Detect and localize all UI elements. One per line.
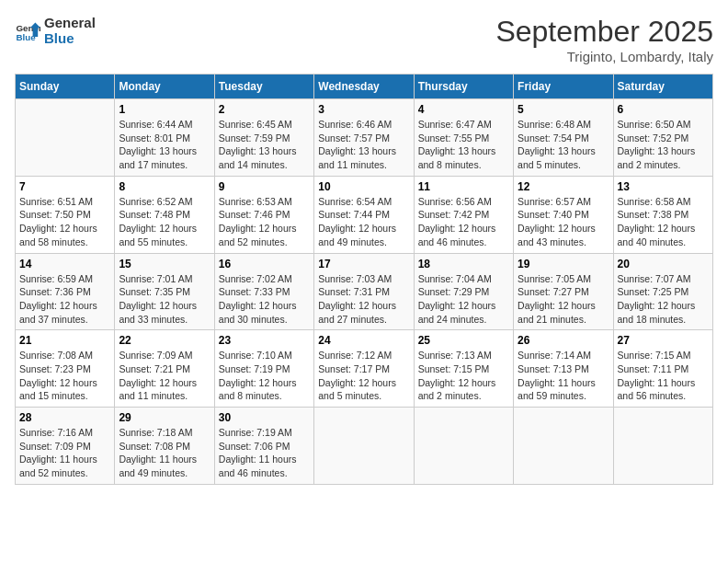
day-info: Sunrise: 6:58 AMSunset: 7:38 PMDaylight:… — [618, 195, 709, 249]
day-number: 26 — [518, 334, 609, 347]
day-cell: 23Sunrise: 7:10 AMSunset: 7:19 PMDayligh… — [214, 330, 313, 408]
day-info: Sunrise: 6:45 AMSunset: 7:59 PMDaylight:… — [219, 118, 310, 172]
day-number: 10 — [318, 180, 409, 193]
week-row-5: 28Sunrise: 7:16 AMSunset: 7:09 PMDayligh… — [16, 408, 713, 485]
column-header-tuesday: Tuesday — [214, 75, 313, 99]
day-cell: 6Sunrise: 6:50 AMSunset: 7:52 PMDaylight… — [613, 99, 712, 177]
day-info: Sunrise: 7:08 AMSunset: 7:23 PMDaylight:… — [19, 349, 110, 403]
column-header-wednesday: Wednesday — [314, 75, 414, 99]
day-info: Sunrise: 7:07 AMSunset: 7:25 PMDaylight:… — [618, 272, 709, 327]
day-info: Sunrise: 7:03 AMSunset: 7:31 PMDaylight:… — [318, 272, 409, 327]
day-info: Sunrise: 6:46 AMSunset: 7:57 PMDaylight:… — [318, 118, 409, 172]
day-number: 25 — [418, 334, 509, 347]
day-cell: 3Sunrise: 6:46 AMSunset: 7:57 PMDaylight… — [314, 99, 414, 177]
day-cell: 1Sunrise: 6:44 AMSunset: 8:01 PMDaylight… — [115, 99, 214, 177]
day-number: 14 — [19, 258, 110, 270]
day-info: Sunrise: 6:59 AMSunset: 7:36 PMDaylight:… — [19, 272, 110, 327]
day-cell: 10Sunrise: 6:54 AMSunset: 7:44 PMDayligh… — [314, 176, 414, 253]
day-cell: 22Sunrise: 7:09 AMSunset: 7:21 PMDayligh… — [115, 330, 214, 408]
day-number: 21 — [19, 334, 110, 347]
day-info: Sunrise: 6:47 AMSunset: 7:55 PMDaylight:… — [418, 118, 509, 172]
day-cell — [16, 99, 115, 177]
day-info: Sunrise: 7:12 AMSunset: 7:17 PMDaylight:… — [318, 349, 409, 403]
day-cell: 9Sunrise: 6:53 AMSunset: 7:46 PMDaylight… — [214, 176, 313, 253]
day-info: Sunrise: 6:50 AMSunset: 7:52 PMDaylight:… — [618, 118, 709, 172]
day-info: Sunrise: 7:02 AMSunset: 7:33 PMDaylight:… — [219, 272, 310, 327]
day-number: 8 — [119, 180, 210, 193]
column-header-friday: Friday — [514, 75, 613, 99]
column-header-thursday: Thursday — [414, 75, 513, 99]
day-cell: 11Sunrise: 6:56 AMSunset: 7:42 PMDayligh… — [414, 176, 513, 253]
day-info: Sunrise: 7:14 AMSunset: 7:13 PMDaylight:… — [518, 349, 609, 403]
logo-blue: Blue — [44, 30, 96, 46]
week-row-3: 14Sunrise: 6:59 AMSunset: 7:36 PMDayligh… — [16, 253, 713, 330]
day-cell: 15Sunrise: 7:01 AMSunset: 7:35 PMDayligh… — [115, 253, 214, 330]
page-header: General Blue General Blue September 2025… — [15, 15, 713, 64]
day-cell — [314, 408, 414, 485]
day-cell: 13Sunrise: 6:58 AMSunset: 7:38 PMDayligh… — [613, 176, 712, 253]
day-number: 2 — [219, 103, 310, 116]
day-number: 23 — [219, 334, 310, 347]
day-info: Sunrise: 7:04 AMSunset: 7:29 PMDaylight:… — [418, 272, 509, 327]
day-cell: 28Sunrise: 7:16 AMSunset: 7:09 PMDayligh… — [16, 408, 115, 485]
day-cell: 2Sunrise: 6:45 AMSunset: 7:59 PMDaylight… — [214, 99, 313, 177]
day-number: 3 — [318, 103, 409, 116]
day-cell: 16Sunrise: 7:02 AMSunset: 7:33 PMDayligh… — [214, 253, 313, 330]
day-info: Sunrise: 6:51 AMSunset: 7:50 PMDaylight:… — [19, 195, 110, 249]
day-cell: 5Sunrise: 6:48 AMSunset: 7:54 PMDaylight… — [514, 99, 613, 177]
day-number: 30 — [219, 411, 310, 424]
day-cell: 14Sunrise: 6:59 AMSunset: 7:36 PMDayligh… — [16, 253, 115, 330]
day-cell: 18Sunrise: 7:04 AMSunset: 7:29 PMDayligh… — [414, 253, 513, 330]
day-info: Sunrise: 7:13 AMSunset: 7:15 PMDaylight:… — [418, 349, 509, 403]
day-cell: 21Sunrise: 7:08 AMSunset: 7:23 PMDayligh… — [16, 330, 115, 408]
column-header-monday: Monday — [115, 75, 214, 99]
day-info: Sunrise: 6:52 AMSunset: 7:48 PMDaylight:… — [119, 195, 210, 249]
column-header-saturday: Saturday — [613, 75, 712, 99]
day-number: 11 — [418, 180, 509, 193]
day-cell: 26Sunrise: 7:14 AMSunset: 7:13 PMDayligh… — [514, 330, 613, 408]
day-cell: 8Sunrise: 6:52 AMSunset: 7:48 PMDaylight… — [115, 176, 214, 253]
day-info: Sunrise: 7:10 AMSunset: 7:19 PMDaylight:… — [219, 349, 310, 403]
day-number: 24 — [318, 334, 409, 347]
day-number: 27 — [618, 334, 709, 347]
calendar-table: SundayMondayTuesdayWednesdayThursdayFrid… — [15, 74, 713, 485]
day-info: Sunrise: 7:18 AMSunset: 7:08 PMDaylight:… — [119, 426, 210, 480]
day-info: Sunrise: 6:57 AMSunset: 7:40 PMDaylight:… — [518, 195, 609, 249]
week-row-1: 1Sunrise: 6:44 AMSunset: 8:01 PMDaylight… — [16, 99, 713, 177]
day-number: 22 — [119, 334, 210, 347]
day-number: 16 — [219, 258, 310, 270]
day-number: 28 — [19, 411, 110, 424]
day-number: 18 — [418, 258, 509, 270]
day-info: Sunrise: 7:05 AMSunset: 7:27 PMDaylight:… — [518, 272, 609, 327]
title-block: September 2025 Triginto, Lombardy, Italy — [495, 15, 713, 64]
day-number: 19 — [518, 258, 609, 270]
day-info: Sunrise: 6:53 AMSunset: 7:46 PMDaylight:… — [219, 195, 310, 249]
day-info: Sunrise: 7:09 AMSunset: 7:21 PMDaylight:… — [119, 349, 210, 403]
day-number: 4 — [418, 103, 509, 116]
day-number: 6 — [618, 103, 709, 116]
day-number: 7 — [19, 180, 110, 193]
week-row-2: 7Sunrise: 6:51 AMSunset: 7:50 PMDaylight… — [16, 176, 713, 253]
day-cell: 25Sunrise: 7:13 AMSunset: 7:15 PMDayligh… — [414, 330, 513, 408]
day-cell: 29Sunrise: 7:18 AMSunset: 7:08 PMDayligh… — [115, 408, 214, 485]
location-title: Triginto, Lombardy, Italy — [495, 49, 713, 64]
day-cell — [414, 408, 513, 485]
day-number: 5 — [518, 103, 609, 116]
logo-general: General — [44, 15, 96, 30]
logo-icon: General Blue — [15, 17, 40, 43]
week-row-4: 21Sunrise: 7:08 AMSunset: 7:23 PMDayligh… — [16, 330, 713, 408]
day-info: Sunrise: 6:56 AMSunset: 7:42 PMDaylight:… — [418, 195, 509, 249]
day-info: Sunrise: 7:15 AMSunset: 7:11 PMDaylight:… — [618, 349, 709, 403]
day-number: 17 — [318, 258, 409, 270]
day-number: 29 — [119, 411, 210, 424]
day-cell: 20Sunrise: 7:07 AMSunset: 7:25 PMDayligh… — [613, 253, 712, 330]
logo: General Blue General Blue — [15, 15, 96, 46]
day-number: 12 — [518, 180, 609, 193]
day-cell: 27Sunrise: 7:15 AMSunset: 7:11 PMDayligh… — [613, 330, 712, 408]
month-title: September 2025 — [495, 15, 713, 49]
day-number: 9 — [219, 180, 310, 193]
day-info: Sunrise: 7:16 AMSunset: 7:09 PMDaylight:… — [19, 426, 110, 480]
day-info: Sunrise: 7:19 AMSunset: 7:06 PMDaylight:… — [219, 426, 310, 480]
day-number: 20 — [618, 258, 709, 270]
day-info: Sunrise: 6:54 AMSunset: 7:44 PMDaylight:… — [318, 195, 409, 249]
